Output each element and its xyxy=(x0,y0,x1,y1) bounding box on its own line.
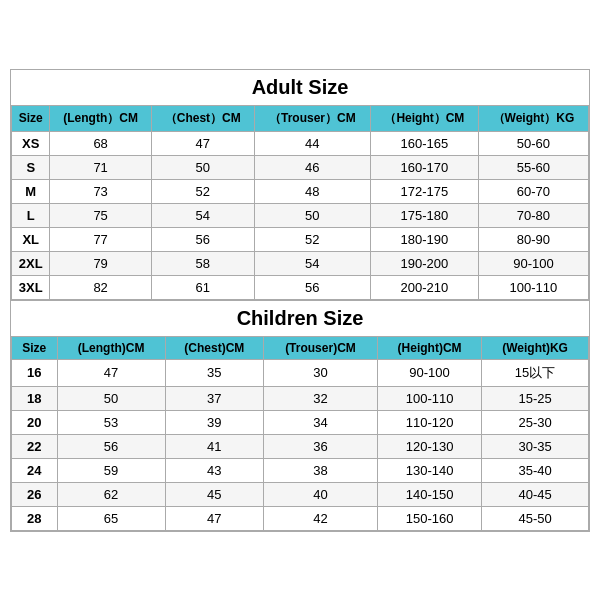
table-cell: 70-80 xyxy=(478,203,588,227)
table-cell: 50-60 xyxy=(478,131,588,155)
table-cell: 56 xyxy=(254,275,370,299)
table-cell: 160-170 xyxy=(370,155,478,179)
adult-col-header: （Weight）KG xyxy=(478,105,588,131)
table-cell: 100-110 xyxy=(377,386,481,410)
table-cell: 130-140 xyxy=(377,458,481,482)
table-row: XS684744160-16550-60 xyxy=(12,131,589,155)
adult-header-row: Size(Length）CM（Chest）CM（Trouser）CM（Heigh… xyxy=(12,105,589,131)
table-cell: 47 xyxy=(165,506,263,530)
table-row: L755450175-18070-80 xyxy=(12,203,589,227)
children-col-header: (Trouser)CM xyxy=(263,336,377,359)
table-row: 2XL795854190-20090-100 xyxy=(12,251,589,275)
table-row: 18503732100-11015-25 xyxy=(12,386,589,410)
table-cell: 3XL xyxy=(12,275,50,299)
table-cell: 30-35 xyxy=(482,434,589,458)
table-cell: 55-60 xyxy=(478,155,588,179)
table-cell: 35-40 xyxy=(482,458,589,482)
adult-col-header: （Height）CM xyxy=(370,105,478,131)
children-col-header: Size xyxy=(12,336,58,359)
table-cell: 61 xyxy=(151,275,254,299)
table-cell: 59 xyxy=(57,458,165,482)
table-cell: 22 xyxy=(12,434,58,458)
children-col-header: (Height)CM xyxy=(377,336,481,359)
size-chart: Adult Size Size(Length）CM（Chest）CM（Trous… xyxy=(10,69,590,532)
table-cell: 20 xyxy=(12,410,58,434)
table-row: M735248172-17560-70 xyxy=(12,179,589,203)
table-cell: 40-45 xyxy=(482,482,589,506)
table-cell: 110-120 xyxy=(377,410,481,434)
table-row: 3XL826156200-210100-110 xyxy=(12,275,589,299)
children-col-header: (Length)CM xyxy=(57,336,165,359)
table-cell: 44 xyxy=(254,131,370,155)
table-cell: 50 xyxy=(151,155,254,179)
table-cell: 45-50 xyxy=(482,506,589,530)
table-cell: L xyxy=(12,203,50,227)
table-cell: 48 xyxy=(254,179,370,203)
table-cell: XL xyxy=(12,227,50,251)
table-cell: 18 xyxy=(12,386,58,410)
table-cell: 120-130 xyxy=(377,434,481,458)
table-cell: 60-70 xyxy=(478,179,588,203)
table-row: 22564136120-13030-35 xyxy=(12,434,589,458)
table-cell: 56 xyxy=(57,434,165,458)
table-cell: 47 xyxy=(151,131,254,155)
table-cell: 82 xyxy=(50,275,151,299)
children-size-title: Children Size xyxy=(11,300,589,336)
table-cell: 52 xyxy=(254,227,370,251)
table-cell: 77 xyxy=(50,227,151,251)
table-cell: 41 xyxy=(165,434,263,458)
table-cell: 71 xyxy=(50,155,151,179)
table-cell: 190-200 xyxy=(370,251,478,275)
table-cell: 90-100 xyxy=(478,251,588,275)
table-cell: 58 xyxy=(151,251,254,275)
table-cell: 40 xyxy=(263,482,377,506)
table-cell: 39 xyxy=(165,410,263,434)
adult-col-header: （Chest）CM xyxy=(151,105,254,131)
adult-col-header: （Trouser）CM xyxy=(254,105,370,131)
table-cell: 62 xyxy=(57,482,165,506)
adult-col-header: (Length）CM xyxy=(50,105,151,131)
table-cell: 16 xyxy=(12,359,58,386)
table-cell: 52 xyxy=(151,179,254,203)
table-cell: 50 xyxy=(254,203,370,227)
table-cell: 36 xyxy=(263,434,377,458)
table-cell: 46 xyxy=(254,155,370,179)
table-cell: XS xyxy=(12,131,50,155)
table-cell: 73 xyxy=(50,179,151,203)
children-col-header: (Chest)CM xyxy=(165,336,263,359)
table-cell: 180-190 xyxy=(370,227,478,251)
table-cell: 47 xyxy=(57,359,165,386)
table-cell: 68 xyxy=(50,131,151,155)
adult-size-table: Size(Length）CM（Chest）CM（Trouser）CM（Heigh… xyxy=(11,105,589,300)
children-size-table: Size(Length)CM(Chest)CM(Trouser)CM(Heigh… xyxy=(11,336,589,531)
table-row: 26624540140-15040-45 xyxy=(12,482,589,506)
table-cell: 37 xyxy=(165,386,263,410)
table-cell: 172-175 xyxy=(370,179,478,203)
table-cell: 100-110 xyxy=(478,275,588,299)
adult-col-header: Size xyxy=(12,105,50,131)
table-row: 24594338130-14035-40 xyxy=(12,458,589,482)
table-row: S715046160-17055-60 xyxy=(12,155,589,179)
table-cell: 56 xyxy=(151,227,254,251)
table-cell: 28 xyxy=(12,506,58,530)
table-row: XL775652180-19080-90 xyxy=(12,227,589,251)
table-cell: 26 xyxy=(12,482,58,506)
table-cell: 25-30 xyxy=(482,410,589,434)
table-row: 28654742150-16045-50 xyxy=(12,506,589,530)
table-cell: 65 xyxy=(57,506,165,530)
table-cell: 90-100 xyxy=(377,359,481,386)
table-cell: 38 xyxy=(263,458,377,482)
children-table-body: 1647353090-10015以下18503732100-11015-2520… xyxy=(12,359,589,530)
children-header-row: Size(Length)CM(Chest)CM(Trouser)CM(Heigh… xyxy=(12,336,589,359)
table-cell: 2XL xyxy=(12,251,50,275)
table-cell: 80-90 xyxy=(478,227,588,251)
table-cell: 79 xyxy=(50,251,151,275)
table-cell: 75 xyxy=(50,203,151,227)
table-cell: 54 xyxy=(151,203,254,227)
table-cell: 54 xyxy=(254,251,370,275)
table-cell: S xyxy=(12,155,50,179)
table-cell: 43 xyxy=(165,458,263,482)
table-cell: 53 xyxy=(57,410,165,434)
table-cell: 32 xyxy=(263,386,377,410)
table-cell: 50 xyxy=(57,386,165,410)
